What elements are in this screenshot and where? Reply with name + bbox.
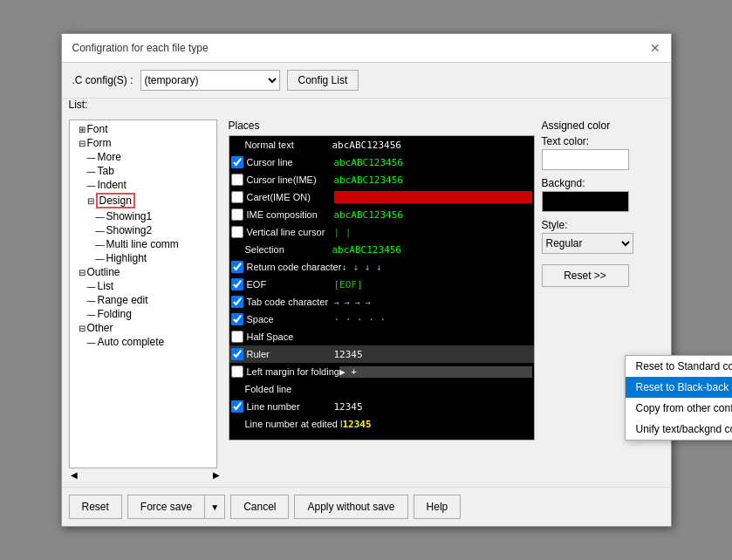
tree-item-label: Showing2 xyxy=(106,224,153,236)
tree-item-tab[interactable]: — Tab xyxy=(72,164,215,178)
place-checkbox[interactable] xyxy=(231,296,243,308)
place-preview: abcABC123456 xyxy=(334,209,532,221)
place-name: Left margin for folding xyxy=(247,366,339,377)
place-row-selection[interactable]: Selection abcABC123456 xyxy=(229,241,534,258)
backgnd-color-box[interactable] xyxy=(542,191,629,212)
tree-item-outline[interactable]: ⊟ Outline xyxy=(72,265,215,279)
tree-item-other[interactable]: ⊟ Other xyxy=(72,321,215,335)
tree-item-autocomplete[interactable]: — Auto complete xyxy=(72,335,215,349)
tree-item-highlight[interactable]: — Highlight xyxy=(72,251,215,265)
leaf-icon: — xyxy=(87,310,96,319)
place-preview: abcABC123456 xyxy=(334,174,532,186)
tree-item-label: Folding xyxy=(98,308,132,320)
tree-item-label: Multi line comm xyxy=(106,238,179,250)
place-preview: | | xyxy=(334,227,532,238)
config-select[interactable]: (temporary) xyxy=(140,70,280,91)
config-list-button[interactable]: Config List xyxy=(287,70,359,91)
toolbar: .C config(S) : (temporary) Config List xyxy=(62,63,671,99)
leaf-icon: — xyxy=(96,240,105,249)
tree-item-indent[interactable]: — Indent xyxy=(72,178,215,192)
tree-item-showing1[interactable]: — Showing1 xyxy=(72,209,215,223)
place-row-ruler[interactable]: Ruler 12345 xyxy=(229,345,534,363)
dropdown-item-unify-text[interactable]: Unify text/backgnd color(4)... xyxy=(626,419,733,440)
place-row-space[interactable]: Space · · · · · xyxy=(229,311,534,328)
place-row-verticalline[interactable]: Vertical line cursor | | xyxy=(229,223,534,241)
dropdown-item-reset-standard[interactable]: Reset to Standard colors(1) xyxy=(626,356,733,377)
leaf-icon: — xyxy=(87,296,96,305)
help-button[interactable]: Help xyxy=(414,495,462,519)
places-label: Places xyxy=(229,120,535,132)
place-checkbox[interactable] xyxy=(231,261,243,273)
place-checkbox[interactable] xyxy=(231,278,243,290)
close-button[interactable]: ✕ xyxy=(650,41,660,55)
place-preview: 12345 xyxy=(334,401,532,413)
tree-item-form[interactable]: ⊟ Form xyxy=(72,136,215,150)
tree-item-label: Highlight xyxy=(106,252,147,264)
bottom-bar: Reset Force save ▼ Cancel Apply without … xyxy=(62,487,671,526)
tree-item-folding[interactable]: — Folding xyxy=(72,307,215,321)
reset-bottom-button[interactable]: Reset xyxy=(69,495,122,519)
tree-item-label: Design xyxy=(99,195,132,207)
place-name: Cursor line xyxy=(247,157,334,167)
text-color-box[interactable] xyxy=(542,149,629,170)
scroll-left-icon[interactable]: ◀ xyxy=(71,470,78,480)
content-area: ⊞ Font ⊟ Form — More — Tab xyxy=(62,113,671,487)
place-row-normaltext[interactable]: Normal text abcABC123456 xyxy=(229,136,534,154)
place-row-returncode[interactable]: Return code character ↓ ↓ ↓ ↓ xyxy=(229,258,534,276)
place-row-cursorlineime[interactable]: Cursor line(IME) abcABC123456 xyxy=(229,171,534,188)
place-row-linenumEdited[interactable]: Line number at edited l 12345 xyxy=(229,415,534,433)
tree-item-label: Other xyxy=(87,322,113,334)
place-name: Folded line xyxy=(245,384,332,394)
place-row-cursorline[interactable]: Cursor line abcABC123456 xyxy=(229,154,534,171)
place-row-linenum[interactable]: Line number 12345 xyxy=(229,398,534,415)
colors-panel: Assigned color Text color: Backgnd: Styl… xyxy=(542,120,664,480)
place-checkbox[interactable] xyxy=(231,400,243,413)
apply-without-save-button[interactable]: Apply without save xyxy=(294,495,407,519)
place-checkbox[interactable] xyxy=(231,331,243,343)
tree-item-label: List xyxy=(98,280,114,292)
place-row-imecomposition[interactable]: IME composition abcABC123456 xyxy=(229,206,534,223)
place-name: Tab code character xyxy=(247,297,334,307)
tree-item-label: More xyxy=(98,151,121,163)
style-section: Style: Regular Bold Italic Bold Italic xyxy=(542,219,664,254)
place-checkbox[interactable] xyxy=(231,191,243,203)
style-select[interactable]: Regular Bold Italic Bold Italic xyxy=(542,233,633,254)
tree-item-design[interactable]: ⊟ Design xyxy=(72,192,215,209)
tree-item-label: Font xyxy=(87,123,108,135)
places-list[interactable]: Normal text abcABC123456 Cursor line abc… xyxy=(229,135,535,440)
place-checkbox[interactable] xyxy=(231,348,243,360)
title-bar: Configration for each file type ✕ xyxy=(62,34,671,63)
place-preview: [EOF] xyxy=(334,279,532,290)
tree-item-showing2[interactable]: — Showing2 xyxy=(72,223,215,237)
place-row-eof[interactable]: EOF [EOF] xyxy=(229,276,534,293)
force-save-button[interactable]: Force save xyxy=(127,495,204,519)
force-save-dropdown-arrow[interactable]: ▼ xyxy=(204,495,225,519)
tree-item-multiline[interactable]: — Multi line comm xyxy=(72,237,215,251)
reset-button[interactable]: Reset >> xyxy=(542,264,629,287)
place-checkbox[interactable] xyxy=(231,156,243,168)
place-preview xyxy=(334,191,532,203)
place-row-caretimeon[interactable]: Caret(IME ON) xyxy=(229,188,534,206)
tree-item-list[interactable]: — List xyxy=(72,279,215,293)
dropdown-item-copy-other[interactable]: Copy from other configulation(3)... xyxy=(626,398,733,419)
place-checkbox[interactable] xyxy=(231,226,243,238)
tree-item-rangeedit[interactable]: — Range edit xyxy=(72,293,215,307)
place-checkbox[interactable] xyxy=(231,313,243,325)
place-checkbox[interactable] xyxy=(231,365,243,378)
place-row-halfspace[interactable]: Half Space xyxy=(229,328,534,345)
dropdown-item-reset-black[interactable]: Reset to Black-back colors(2) xyxy=(626,377,733,398)
tree-item-font[interactable]: ⊞ Font xyxy=(72,122,215,136)
leaf-icon: — xyxy=(96,254,105,263)
place-row-leftmargin[interactable]: Left margin for folding ▶ + xyxy=(229,363,534,380)
scroll-right-icon[interactable]: ▶ xyxy=(213,470,220,480)
cancel-button[interactable]: Cancel xyxy=(230,495,289,519)
tree-item-label: Showing1 xyxy=(106,210,153,222)
place-preview: ↓ ↓ ↓ ↓ xyxy=(341,262,531,273)
place-row-tabcode[interactable]: Tab code character → → → → xyxy=(229,293,534,311)
place-checkbox[interactable] xyxy=(231,208,243,221)
tree-item-label: Tab xyxy=(98,165,114,177)
tree-item-more[interactable]: — More xyxy=(72,150,215,164)
place-preview: abcABC123456 xyxy=(334,157,532,168)
place-row-foldedline[interactable]: Folded line xyxy=(229,380,534,398)
place-checkbox[interactable] xyxy=(231,174,243,186)
